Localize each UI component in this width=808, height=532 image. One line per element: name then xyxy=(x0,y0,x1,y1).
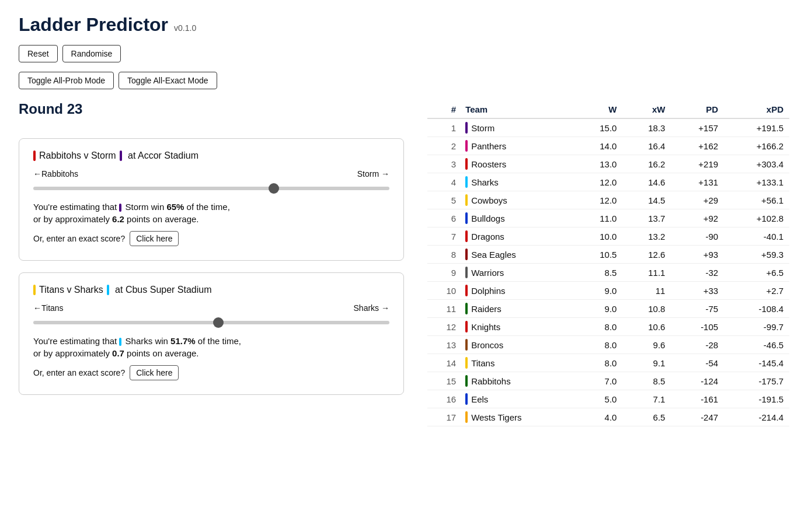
team1-color-dot-1 xyxy=(33,150,36,161)
slider-wrap-2[interactable] xyxy=(33,316,389,327)
ladder-team-cell: Panthers xyxy=(459,137,574,155)
ladder-rank: 2 xyxy=(427,137,459,155)
ladder-xw: 7.1 xyxy=(622,390,671,408)
ladder-xw: 13.7 xyxy=(622,209,671,228)
ladder-rank: 8 xyxy=(427,246,459,264)
ladder-team-cell: Storm xyxy=(459,118,574,137)
team-name: Sea Eagles xyxy=(471,250,516,260)
ladder-xpd: +56.1 xyxy=(724,191,789,209)
mode-buttons: Toggle All-Prob Mode Toggle All-Exact Mo… xyxy=(19,72,789,89)
ladder-table: # Team W xW PD xPD 1Storm15.018.3+157+19… xyxy=(427,101,789,426)
team-color-bar xyxy=(465,140,468,152)
randomise-button[interactable]: Randomise xyxy=(62,45,121,62)
ladder-w: 8.5 xyxy=(574,264,622,282)
ladder-xpd: -40.1 xyxy=(724,228,789,246)
ladder-rank: 3 xyxy=(427,155,459,173)
team-name: Bulldogs xyxy=(471,214,505,223)
ladder-rank: 14 xyxy=(427,354,459,372)
ladder-rank: 11 xyxy=(427,300,459,318)
ladder-row: 15Rabbitohs7.08.5-124-175.7 xyxy=(427,372,789,390)
team-name: Dolphins xyxy=(471,286,505,296)
ladder-row: 10Dolphins9.011+33+2.7 xyxy=(427,282,789,300)
ladder-w: 14.0 xyxy=(574,137,622,155)
team-name: Dragons xyxy=(471,232,504,242)
ladder-w: 7.0 xyxy=(574,372,622,390)
ladder-rank: 6 xyxy=(427,209,459,228)
ladder-w: 11.0 xyxy=(574,209,622,228)
ladder-xw: 10.8 xyxy=(622,300,671,318)
ladder-rank: 13 xyxy=(427,336,459,354)
ladder-rank: 16 xyxy=(427,390,459,408)
ladder-xw: 9.6 xyxy=(622,336,671,354)
team2-color-dot-1 xyxy=(120,150,122,161)
header-xw: xW xyxy=(622,101,671,118)
reset-button[interactable]: Reset xyxy=(19,45,58,62)
ladder-xw: 16.2 xyxy=(622,155,671,173)
team-color-bar xyxy=(465,285,468,296)
ladder-row: 12Knights8.010.6-105-99.7 xyxy=(427,318,789,336)
ladder-team-cell: Wests Tigers xyxy=(459,408,574,426)
ladder-row: 1Storm15.018.3+157+191.5 xyxy=(427,118,789,137)
match-title-2: Titans v Sharks at Cbus Super Stadium xyxy=(33,285,389,295)
toggle-prob-button[interactable]: Toggle All-Prob Mode xyxy=(19,72,114,89)
ladder-pd: +131 xyxy=(671,173,724,191)
click-here-button-1[interactable]: Click here xyxy=(130,231,179,246)
header-pd: PD xyxy=(671,101,724,118)
ladder-pd: -75 xyxy=(671,300,724,318)
team-color-bar xyxy=(465,212,468,224)
ladder-xpd: -46.5 xyxy=(724,336,789,354)
ladder-row: 5Cowboys12.014.5+29+56.1 xyxy=(427,191,789,209)
round-title: Round 23 xyxy=(19,101,404,117)
ladder-team-cell: Sea Eagles xyxy=(459,246,574,264)
click-here-button-2[interactable]: Click here xyxy=(130,365,179,380)
toggle-exact-button[interactable]: Toggle All-Exact Mode xyxy=(119,72,217,89)
match-card-2: Titans v Sharks at Cbus Super Stadium ←T… xyxy=(19,272,404,395)
match-slider-2[interactable] xyxy=(33,321,389,324)
ladder-rank: 15 xyxy=(427,372,459,390)
ladder-pd: +33 xyxy=(671,282,724,300)
ladder-row: 14Titans8.09.1-54-145.4 xyxy=(427,354,789,372)
ladder-row: 16Eels5.07.1-161-191.5 xyxy=(427,390,789,408)
ladder-xpd: -175.7 xyxy=(724,372,789,390)
ladder-row: 17Wests Tigers4.06.5-247-214.4 xyxy=(427,408,789,426)
match-title-1: Rabbitohs v Storm at Accor Stadium xyxy=(33,150,389,161)
ladder-pd: -247 xyxy=(671,408,724,426)
avg-pts-2: 0.7 xyxy=(112,348,124,358)
estimate-text-2a: You're estimating that Sharks win 51.7% … xyxy=(33,336,389,346)
team-color-bar xyxy=(465,230,468,242)
ladder-pd: +29 xyxy=(671,191,724,209)
ladder-w: 15.0 xyxy=(574,118,622,137)
ladder-row: 9Warriors8.511.1-32+6.5 xyxy=(427,264,789,282)
slider-wrap-1[interactable] xyxy=(33,182,389,192)
estimate-text-1a: You're estimating that Storm win 65% of … xyxy=(33,202,389,212)
ladder-team-cell: Roosters xyxy=(459,155,574,173)
team-color-bar xyxy=(465,393,468,405)
team-color-bar xyxy=(465,194,468,206)
team2-color-dot-2 xyxy=(107,285,109,295)
app-title: Ladder Predictor xyxy=(19,14,168,36)
ladder-row: 6Bulldogs11.013.7+92+102.8 xyxy=(427,209,789,228)
team-color-bar xyxy=(465,158,468,170)
ladder-team-cell: Cowboys xyxy=(459,191,574,209)
ladder-team-cell: Knights xyxy=(459,318,574,336)
ladder-row: 8Sea Eagles10.512.6+93+59.3 xyxy=(427,246,789,264)
match-slider-1[interactable] xyxy=(33,187,389,190)
team-color-bar xyxy=(465,339,468,351)
right-label-2: Sharks → xyxy=(354,303,389,313)
match-title-text-1: Rabbitohs v Storm xyxy=(39,150,116,161)
ladder-xpd: +303.4 xyxy=(724,155,789,173)
ladder-pd: -124 xyxy=(671,372,724,390)
ladder-w: 13.0 xyxy=(574,155,622,173)
ladder-pd: -161 xyxy=(671,390,724,408)
ladder-row: 13Broncos8.09.6-28-46.5 xyxy=(427,336,789,354)
ladder-xw: 6.5 xyxy=(622,408,671,426)
matches-column: Round 23 Rabbitohs v Storm at Accor Stad… xyxy=(19,101,404,395)
team-name: Knights xyxy=(471,322,500,332)
ladder-team-cell: Titans xyxy=(459,354,574,372)
ladder-rank: 5 xyxy=(427,191,459,209)
team-name: Warriors xyxy=(471,268,504,278)
ladder-team-cell: Rabbitohs xyxy=(459,372,574,390)
team-name: Titans xyxy=(471,358,494,368)
team-color-bar xyxy=(465,375,468,387)
ladder-xpd: -191.5 xyxy=(724,390,789,408)
